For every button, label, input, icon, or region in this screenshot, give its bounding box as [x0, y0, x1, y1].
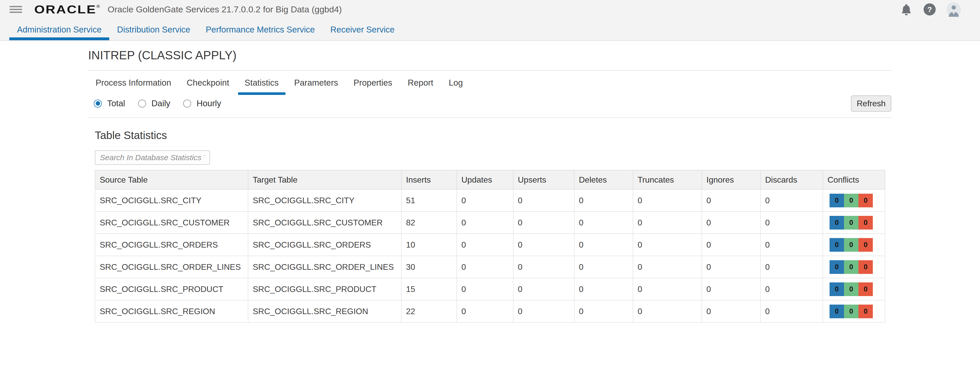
conflict-badges: 000 [830, 305, 885, 318]
conflicts-cell: 000 [823, 212, 885, 234]
upserts-cell: 0 [513, 278, 574, 300]
refresh-button[interactable]: Refresh [851, 96, 891, 112]
process-tab[interactable]: Checkpoint [180, 71, 236, 95]
conflicts-cell: 000 [823, 300, 885, 322]
conflict-blue-badge: 0 [830, 260, 844, 274]
conflict-badges: 000 [830, 282, 885, 296]
service-tab[interactable]: Receiver Service [323, 19, 402, 40]
column-header: Conflicts [823, 170, 885, 189]
process-tab[interactable]: Properties [347, 71, 399, 95]
process-tab[interactable]: Parameters [288, 71, 345, 95]
ignores-cell: 0 [702, 300, 760, 322]
help-icon[interactable]: ? [924, 3, 936, 16]
source-cell: SRC_OCIGGLL.SRC_ORDER_LINES [95, 256, 248, 278]
inserts-cell: 51 [401, 189, 457, 212]
table-statistics-heading: Table Statistics [95, 129, 891, 142]
conflict-red-badge: 0 [858, 260, 873, 274]
interval-radio[interactable]: Total [94, 99, 125, 109]
radio-circle-icon [138, 99, 146, 107]
truncates-cell: 0 [633, 189, 702, 212]
table-row: SRC_OCIGGLL.SRC_PRODUCTSRC_OCIGGLL.SRC_P… [95, 278, 885, 300]
table-statistics-table: Source TableTarget TableInsertsUpdatesUp… [95, 170, 885, 322]
table-row: SRC_OCIGGLL.SRC_CITYSRC_OCIGGLL.SRC_CITY… [95, 189, 885, 212]
ignores-cell: 0 [702, 278, 760, 300]
upserts-cell: 0 [513, 212, 574, 234]
conflict-green-badge: 0 [844, 216, 858, 230]
column-header: Truncates [633, 170, 702, 189]
column-header: Upserts [513, 170, 574, 189]
table-row: SRC_OCIGGLL.SRC_ORDERSSRC_OCIGGLL.SRC_OR… [95, 234, 885, 256]
truncates-cell: 0 [633, 234, 702, 256]
conflict-badges: 000 [830, 194, 885, 207]
interval-radio[interactable]: Daily [138, 99, 170, 109]
conflict-green-badge: 0 [844, 238, 858, 252]
conflict-blue-badge: 0 [830, 282, 844, 296]
target-cell: SRC_OCIGGLL.SRC_ORDER_LINES [248, 256, 401, 278]
process-tab[interactable]: Statistics [238, 71, 285, 95]
ignores-cell: 0 [702, 256, 760, 278]
process-tab-bar: Process InformationCheckpointStatisticsP… [89, 71, 891, 95]
user-avatar[interactable] [947, 2, 961, 17]
process-tab[interactable]: Process Information [89, 71, 178, 95]
ignores-cell: 0 [702, 234, 760, 256]
page-title: INITREP (CLASSIC APPLY) [88, 48, 891, 62]
top-bar: ORACLE® Oracle GoldenGate Services 21.7.… [0, 0, 980, 19]
conflicts-cell: 000 [823, 234, 885, 256]
truncates-cell: 0 [633, 300, 702, 322]
service-tab[interactable]: Performance Metrics Service [198, 19, 323, 40]
conflict-green-badge: 0 [844, 194, 858, 207]
deletes-cell: 0 [574, 189, 633, 212]
deletes-cell: 0 [574, 234, 633, 256]
ignores-cell: 0 [702, 212, 760, 234]
target-cell: SRC_OCIGGLL.SRC_ORDERS [248, 234, 401, 256]
truncates-cell: 0 [633, 278, 702, 300]
deletes-cell: 0 [574, 212, 633, 234]
service-tab-strip: Administration ServiceDistribution Servi… [0, 19, 980, 41]
content-area: INITREP (CLASSIC APPLY) Process Informat… [0, 48, 980, 322]
oracle-logo: ORACLE® [34, 3, 101, 16]
upserts-cell: 0 [513, 234, 574, 256]
updates-cell: 0 [457, 256, 513, 278]
conflict-red-badge: 0 [858, 305, 873, 318]
conflicts-cell: 000 [823, 278, 885, 300]
search-input[interactable] [95, 150, 210, 165]
source-cell: SRC_OCIGGLL.SRC_CITY [95, 189, 248, 212]
conflict-blue-badge: 0 [830, 305, 844, 318]
inserts-cell: 30 [401, 256, 457, 278]
conflict-red-badge: 0 [858, 194, 873, 207]
discards-cell: 0 [760, 234, 823, 256]
service-tab[interactable]: Distribution Service [109, 19, 198, 40]
source-cell: SRC_OCIGGLL.SRC_ORDERS [95, 234, 248, 256]
interval-radio-group: Total Daily Hourly [94, 99, 221, 109]
table-header-row: Source TableTarget TableInsertsUpdatesUp… [95, 170, 885, 189]
process-tab[interactable]: Log [442, 71, 470, 95]
interval-radio[interactable]: Hourly [183, 99, 221, 109]
registered-mark: ® [96, 4, 101, 8]
conflict-badges: 000 [830, 238, 885, 252]
table-row: SRC_OCIGGLL.SRC_REGIONSRC_OCIGGLL.SRC_RE… [95, 300, 885, 322]
truncates-cell: 0 [633, 256, 702, 278]
inserts-cell: 82 [401, 212, 457, 234]
updates-cell: 0 [457, 278, 513, 300]
discards-cell: 0 [760, 189, 823, 212]
conflict-badges: 000 [830, 216, 885, 230]
process-tab[interactable]: Report [401, 71, 440, 95]
column-header: Target Table [248, 170, 401, 189]
column-header: Discards [760, 170, 823, 189]
updates-cell: 0 [457, 300, 513, 322]
updates-cell: 0 [457, 212, 513, 234]
ignores-cell: 0 [702, 189, 760, 212]
upserts-cell: 0 [513, 189, 574, 212]
service-tab[interactable]: Administration Service [9, 19, 109, 40]
inserts-cell: 22 [401, 300, 457, 322]
deletes-cell: 0 [574, 300, 633, 322]
deletes-cell: 0 [574, 256, 633, 278]
hamburger-menu-icon[interactable] [10, 6, 22, 13]
target-cell: SRC_OCIGGLL.SRC_PRODUCT [248, 278, 401, 300]
conflict-red-badge: 0 [858, 216, 873, 230]
notifications-bell-icon[interactable] [900, 3, 913, 16]
column-header: Inserts [401, 170, 457, 189]
truncates-cell: 0 [633, 212, 702, 234]
table-row: SRC_OCIGGLL.SRC_CUSTOMERSRC_OCIGGLL.SRC_… [95, 212, 885, 234]
statistics-controls-row: Total Daily Hourly Refresh [94, 95, 891, 112]
